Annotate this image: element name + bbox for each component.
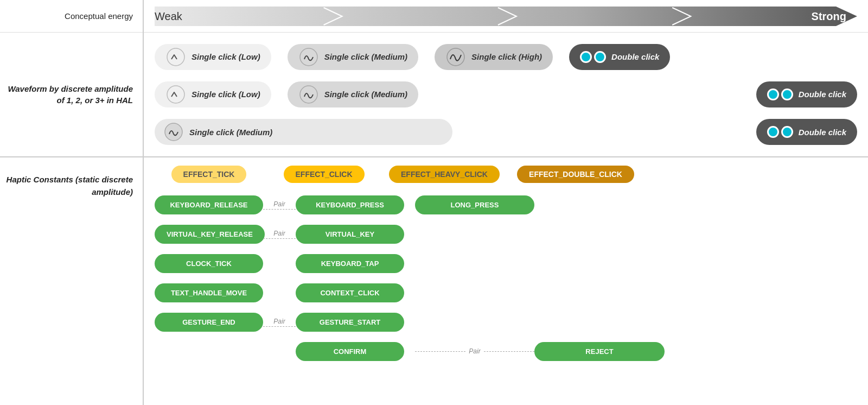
wf-label-med-2: Single click (Medium) (324, 90, 407, 99)
dot-4 (781, 88, 793, 100)
heavy-spacer-4 (415, 281, 534, 305)
pair-label-2: Pair (273, 230, 285, 237)
heavy-spacer-3 (415, 251, 534, 275)
effect-heavy-pill: EFFECT_HEAVY_CLICK (389, 166, 500, 183)
confirm-pill: CONFIRM (296, 342, 404, 361)
energy-row: Weak Strong (144, 0, 868, 33)
haptic-row-gesture-start: GESTURE_START (296, 310, 404, 334)
confirm-pair-line-left (415, 351, 465, 352)
svg-point-3 (447, 48, 464, 66)
pair-2: Pair (263, 222, 296, 246)
haptic-row-keyboard-release: KEYBOARD_RELEASE (155, 193, 263, 217)
dot-1 (580, 51, 592, 63)
haptic-row-keyboard-press: KEYBOARD_PRESS (296, 193, 404, 217)
confirm-pair-label: Pair (465, 347, 483, 355)
reject-pill: REJECT (534, 342, 665, 361)
wf-label-double-2: Double click (799, 90, 846, 99)
energy-bar: Weak Strong (155, 7, 857, 26)
wave-low-icon-2 (165, 84, 186, 105)
wf-pill-double-3: Double click (756, 119, 857, 145)
wf-pill-med-1: Single click (Medium) (288, 44, 418, 70)
wave-high-icon-1 (445, 47, 466, 67)
haptic-row-context-click: CONTEXT_CLICK (296, 281, 404, 305)
haptic-row-virtual-key-release: VIRTUAL_KEY_RELEASE (155, 222, 263, 246)
waveform-row-1: Single click (Low) Single click (Medium) (155, 39, 857, 74)
context-click-pill: CONTEXT_CLICK (296, 283, 404, 302)
double-click-icon-1 (580, 51, 606, 63)
haptic-col-tick: KEYBOARD_RELEASE VIRTUAL_KEY_RELEASE CLO… (155, 193, 263, 334)
keyboard-press-pill: KEYBOARD_PRESS (296, 195, 404, 214)
haptic-row-long-press: LONG_PRESS (415, 193, 534, 217)
dot-3 (767, 88, 779, 100)
pair-1: Pair (263, 193, 296, 217)
pair-connectors-1: Pair Pair Pair (263, 193, 296, 334)
gesture-end-pill: GESTURE_END (155, 313, 263, 332)
svg-point-5 (300, 86, 317, 103)
effect-heavy-wrapper: EFFECT_HEAVY_CLICK (385, 166, 504, 183)
haptic-label: Haptic Constants (static discrete amplit… (0, 157, 143, 405)
pair-line-1 (263, 209, 296, 210)
effect-click-wrapper: EFFECT_CLICK (270, 166, 378, 183)
haptic-row-text-handle: TEXT_HANDLE_MOVE (155, 281, 263, 305)
waveform-label: Waveform by discrete amplitude of 1, 2, … (0, 33, 143, 157)
wf-pill-med-3: Single click (Medium) (155, 119, 452, 145)
wf-label-double-1: Double click (611, 52, 659, 61)
wf-pill-double-1: Double click (569, 44, 670, 70)
effect-click-pill: EFFECT_CLICK (284, 166, 365, 183)
haptic-row-clock-tick: CLOCK_TICK (155, 251, 263, 275)
effect-double-pill: EFFECT_DOUBLE_CLICK (517, 166, 634, 183)
left-labels: Conceptual energy Waveform by discrete a… (0, 0, 144, 405)
heavy-spacer-5 (415, 310, 534, 334)
double-click-icon-3 (767, 126, 793, 138)
haptic-row-confirm: CONFIRM (296, 339, 404, 363)
pair-spacer-3 (263, 251, 296, 275)
haptic-constants-grid: KEYBOARD_RELEASE VIRTUAL_KEY_RELEASE CLO… (155, 193, 857, 363)
virtual-key-release-pill: VIRTUAL_KEY_RELEASE (155, 225, 265, 244)
keyboard-tap-pill: KEYBOARD_TAP (296, 254, 404, 273)
right-content: Weak Strong Single click (Low) (144, 0, 868, 405)
double-spacer-3 (534, 251, 665, 275)
double-spacer-4 (534, 281, 665, 305)
svg-point-2 (300, 48, 317, 66)
wf-pill-low-1: Single click (Low) (155, 44, 271, 70)
wave-med-icon-2 (298, 84, 319, 105)
wf-pill-high-1: Single click (High) (435, 44, 553, 70)
double-spacer-2 (534, 222, 665, 246)
haptic-col-click: KEYBOARD_PRESS VIRTUAL_KEY KEYBOARD_TAP (296, 193, 404, 363)
wf-pill-med-2: Single click (Medium) (288, 81, 418, 107)
waveform-row-2: Single click (Low) Single click (Medium) (155, 77, 857, 112)
haptic-section: EFFECT_TICK EFFECT_CLICK EFFECT_HEAVY_CL… (144, 157, 868, 405)
svg-marker-0 (155, 7, 857, 26)
long-press-pill: LONG_PRESS (415, 195, 534, 214)
dot-2 (594, 51, 606, 63)
pair-line-5 (263, 326, 296, 327)
double-click-icon-2 (767, 88, 793, 100)
energy-strong-label: Strong (812, 10, 846, 22)
wf-label-low-2: Single click (Low) (192, 90, 260, 99)
double-spacer-1 (534, 193, 665, 217)
wf-pill-double-2: Double click (756, 81, 857, 107)
wave-low-icon-1 (165, 47, 186, 67)
virtual-key-pill: VIRTUAL_KEY (296, 225, 404, 244)
dot-5 (767, 126, 779, 138)
text-handle-pill: TEXT_HANDLE_MOVE (155, 283, 263, 302)
effects-label-row: EFFECT_TICK EFFECT_CLICK EFFECT_HEAVY_CL… (155, 166, 857, 183)
pair-label-1: Pair (273, 200, 285, 208)
wf-label-low-1: Single click (Low) (192, 52, 260, 61)
wf-label-med-1: Single click (Medium) (324, 52, 407, 61)
waveform-row-3: Single click (Medium) Double click (155, 115, 857, 150)
wf-label-double-3: Double click (799, 128, 846, 137)
haptic-col-double: REJECT (534, 193, 665, 363)
effect-tick-wrapper: EFFECT_TICK (155, 166, 263, 183)
double-spacer-5 (534, 310, 665, 334)
heavy-spacer-2 (415, 222, 534, 246)
main-container: Conceptual energy Waveform by discrete a… (0, 0, 868, 405)
wave-med-icon-1 (298, 47, 319, 67)
waveform-section: Single click (Low) Single click (Medium) (144, 33, 868, 157)
confirm-reject-pair-area: Pair (415, 339, 534, 363)
pair-label-5: Pair (273, 318, 285, 325)
wf-pill-low-2: Single click (Low) (155, 81, 271, 107)
keyboard-release-pill: KEYBOARD_RELEASE (155, 195, 263, 214)
pair-line-2 (263, 238, 296, 239)
effect-tick-pill: EFFECT_TICK (171, 166, 247, 183)
